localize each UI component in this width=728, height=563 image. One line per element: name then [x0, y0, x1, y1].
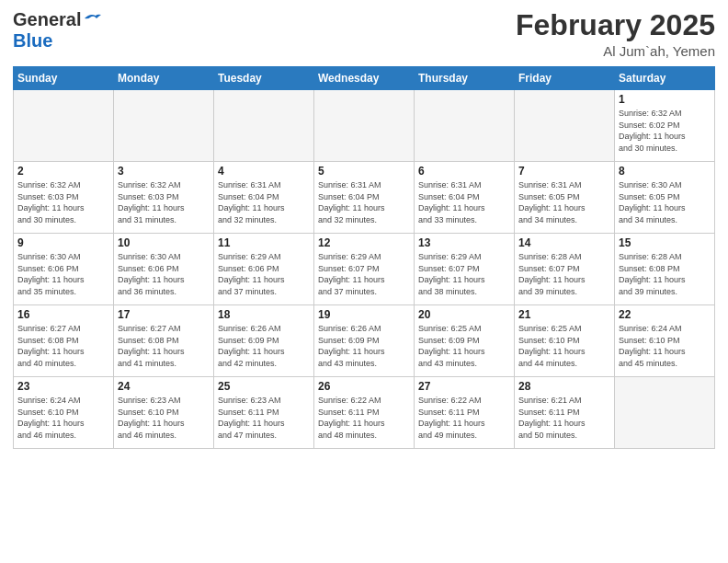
table-row: 22Sunrise: 6:24 AMSunset: 6:10 PMDayligh… — [615, 305, 715, 377]
calendar-table: Sunday Monday Tuesday Wednesday Thursday… — [13, 66, 715, 449]
day-info: Sunrise: 6:23 AMSunset: 6:11 PMDaylight:… — [218, 395, 310, 441]
table-row: 3Sunrise: 6:32 AMSunset: 6:03 PMDaylight… — [114, 162, 214, 234]
day-info: Sunrise: 6:28 AMSunset: 6:07 PMDaylight:… — [518, 251, 610, 297]
table-row: 16Sunrise: 6:27 AMSunset: 6:08 PMDayligh… — [14, 305, 114, 377]
title-month: February 2025 — [516, 9, 715, 41]
col-monday: Monday — [114, 67, 214, 90]
table-row: 15Sunrise: 6:28 AMSunset: 6:08 PMDayligh… — [615, 234, 715, 305]
day-number: 28 — [518, 380, 610, 393]
day-number: 16 — [17, 308, 109, 321]
table-row — [14, 90, 114, 162]
day-info: Sunrise: 6:29 AMSunset: 6:07 PMDaylight:… — [318, 251, 410, 297]
logo-bird-icon — [83, 11, 101, 26]
day-number: 3 — [118, 165, 210, 178]
day-info: Sunrise: 6:27 AMSunset: 6:08 PMDaylight:… — [118, 323, 210, 369]
day-number: 21 — [518, 308, 610, 321]
col-sunday: Sunday — [14, 67, 114, 90]
calendar-week-row: 16Sunrise: 6:27 AMSunset: 6:08 PMDayligh… — [14, 305, 715, 377]
day-number: 15 — [619, 236, 711, 249]
day-info: Sunrise: 6:32 AMSunset: 6:03 PMDaylight:… — [118, 179, 210, 225]
day-info: Sunrise: 6:32 AMSunset: 6:02 PMDaylight:… — [619, 108, 711, 154]
table-row: 24Sunrise: 6:23 AMSunset: 6:10 PMDayligh… — [114, 377, 214, 449]
table-row — [415, 90, 515, 162]
col-wednesday: Wednesday — [314, 67, 415, 90]
day-number: 22 — [619, 308, 711, 321]
table-row: 7Sunrise: 6:31 AMSunset: 6:05 PMDaylight… — [515, 162, 615, 234]
day-info: Sunrise: 6:30 AMSunset: 6:06 PMDaylight:… — [118, 251, 210, 297]
table-row: 23Sunrise: 6:24 AMSunset: 6:10 PMDayligh… — [14, 377, 114, 449]
calendar-week-row: 23Sunrise: 6:24 AMSunset: 6:10 PMDayligh… — [14, 377, 715, 449]
day-info: Sunrise: 6:32 AMSunset: 6:03 PMDaylight:… — [17, 179, 109, 225]
day-number: 23 — [17, 380, 109, 393]
table-row — [515, 90, 615, 162]
day-number: 17 — [118, 308, 210, 321]
day-info: Sunrise: 6:23 AMSunset: 6:10 PMDaylight:… — [118, 395, 210, 441]
col-tuesday: Tuesday — [214, 67, 314, 90]
table-row: 17Sunrise: 6:27 AMSunset: 6:08 PMDayligh… — [114, 305, 214, 377]
day-info: Sunrise: 6:31 AMSunset: 6:04 PMDaylight:… — [318, 179, 410, 225]
day-number: 6 — [418, 165, 510, 178]
day-number: 18 — [218, 308, 310, 321]
day-number: 9 — [17, 236, 109, 249]
col-friday: Friday — [515, 67, 615, 90]
table-row: 13Sunrise: 6:29 AMSunset: 6:07 PMDayligh… — [415, 234, 515, 305]
day-info: Sunrise: 6:21 AMSunset: 6:11 PMDaylight:… — [518, 395, 610, 441]
table-row: 4Sunrise: 6:31 AMSunset: 6:04 PMDaylight… — [214, 162, 314, 234]
table-row: 9Sunrise: 6:30 AMSunset: 6:06 PMDaylight… — [14, 234, 114, 305]
day-info: Sunrise: 6:24 AMSunset: 6:10 PMDaylight:… — [17, 395, 109, 441]
table-row: 6Sunrise: 6:31 AMSunset: 6:04 PMDaylight… — [415, 162, 515, 234]
day-number: 10 — [118, 236, 210, 249]
col-thursday: Thursday — [415, 67, 515, 90]
table-row: 25Sunrise: 6:23 AMSunset: 6:11 PMDayligh… — [214, 377, 314, 449]
title-location: Al Jum`ah, Yemen — [516, 43, 715, 59]
table-row: 1Sunrise: 6:32 AMSunset: 6:02 PMDaylight… — [615, 90, 715, 162]
day-info: Sunrise: 6:25 AMSunset: 6:09 PMDaylight:… — [418, 323, 510, 369]
calendar-week-row: 9Sunrise: 6:30 AMSunset: 6:06 PMDaylight… — [14, 234, 715, 305]
table-row — [114, 90, 214, 162]
table-row: 28Sunrise: 6:21 AMSunset: 6:11 PMDayligh… — [515, 377, 615, 449]
table-row — [214, 90, 314, 162]
table-row: 8Sunrise: 6:30 AMSunset: 6:05 PMDaylight… — [615, 162, 715, 234]
day-info: Sunrise: 6:28 AMSunset: 6:08 PMDaylight:… — [619, 251, 711, 297]
table-row: 18Sunrise: 6:26 AMSunset: 6:09 PMDayligh… — [214, 305, 314, 377]
table-row: 14Sunrise: 6:28 AMSunset: 6:07 PMDayligh… — [515, 234, 615, 305]
day-number: 27 — [418, 380, 510, 393]
header: General Blue February 2025 Al Jum`ah, Ye… — [13, 9, 715, 59]
table-row: 5Sunrise: 6:31 AMSunset: 6:04 PMDaylight… — [314, 162, 415, 234]
calendar-header-row: Sunday Monday Tuesday Wednesday Thursday… — [14, 67, 715, 90]
day-info: Sunrise: 6:31 AMSunset: 6:04 PMDaylight:… — [218, 179, 310, 225]
day-info: Sunrise: 6:26 AMSunset: 6:09 PMDaylight:… — [318, 323, 410, 369]
day-info: Sunrise: 6:26 AMSunset: 6:09 PMDaylight:… — [218, 323, 310, 369]
day-number: 24 — [118, 380, 210, 393]
day-number: 11 — [218, 236, 310, 249]
page: General Blue February 2025 Al Jum`ah, Ye… — [0, 0, 728, 563]
day-number: 13 — [418, 236, 510, 249]
day-number: 12 — [318, 236, 410, 249]
logo-blue: Blue — [13, 30, 101, 52]
table-row: 26Sunrise: 6:22 AMSunset: 6:11 PMDayligh… — [314, 377, 415, 449]
day-info: Sunrise: 6:22 AMSunset: 6:11 PMDaylight:… — [318, 395, 410, 441]
table-row: 12Sunrise: 6:29 AMSunset: 6:07 PMDayligh… — [314, 234, 415, 305]
day-info: Sunrise: 6:27 AMSunset: 6:08 PMDaylight:… — [17, 323, 109, 369]
logo-general: General — [13, 9, 81, 30]
day-info: Sunrise: 6:29 AMSunset: 6:06 PMDaylight:… — [218, 251, 310, 297]
day-info: Sunrise: 6:30 AMSunset: 6:06 PMDaylight:… — [17, 251, 109, 297]
table-row: 10Sunrise: 6:30 AMSunset: 6:06 PMDayligh… — [114, 234, 214, 305]
day-info: Sunrise: 6:30 AMSunset: 6:05 PMDaylight:… — [619, 179, 711, 225]
day-number: 8 — [619, 165, 711, 178]
table-row: 27Sunrise: 6:22 AMSunset: 6:11 PMDayligh… — [415, 377, 515, 449]
day-info: Sunrise: 6:31 AMSunset: 6:05 PMDaylight:… — [518, 179, 610, 225]
day-number: 26 — [318, 380, 410, 393]
day-info: Sunrise: 6:25 AMSunset: 6:10 PMDaylight:… — [518, 323, 610, 369]
table-row: 19Sunrise: 6:26 AMSunset: 6:09 PMDayligh… — [314, 305, 415, 377]
table-row — [615, 377, 715, 449]
day-number: 14 — [518, 236, 610, 249]
title-block: February 2025 Al Jum`ah, Yemen — [516, 9, 715, 59]
calendar-week-row: 1Sunrise: 6:32 AMSunset: 6:02 PMDaylight… — [14, 90, 715, 162]
day-number: 25 — [218, 380, 310, 393]
day-info: Sunrise: 6:29 AMSunset: 6:07 PMDaylight:… — [418, 251, 510, 297]
table-row — [314, 90, 415, 162]
col-saturday: Saturday — [615, 67, 715, 90]
table-row: 20Sunrise: 6:25 AMSunset: 6:09 PMDayligh… — [415, 305, 515, 377]
day-number: 2 — [17, 165, 109, 178]
